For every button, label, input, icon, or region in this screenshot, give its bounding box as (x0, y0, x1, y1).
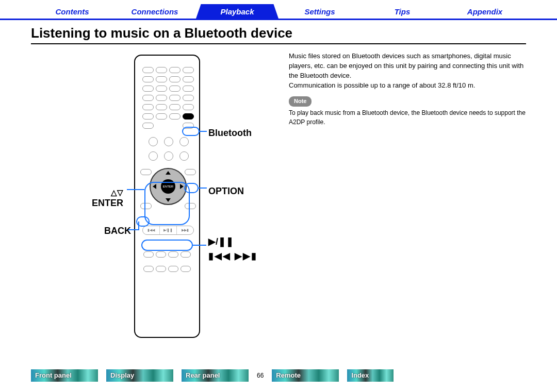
remote-button (181, 266, 191, 272)
remote-sound-mode (143, 266, 191, 272)
note-text: To play back music from a Bluetooth devi… (289, 109, 526, 127)
remote-button (156, 251, 166, 258)
remote-button (142, 86, 154, 92)
callout-enter: △▽ ENTER (92, 187, 123, 209)
remote-button (168, 266, 178, 272)
tab-tips[interactable]: Tips (361, 4, 444, 19)
tab-settings[interactable]: Settings (278, 4, 361, 19)
prev-track-icon: ▮◀◀ (143, 226, 160, 234)
remote-button (164, 137, 173, 146)
up-arrow-icon (166, 171, 171, 175)
remote-button (169, 113, 181, 120)
highlight-playback (141, 240, 193, 251)
callout-skip: ▮◀◀ ▶▶▮ (208, 250, 257, 262)
intro-paragraph-2: Communication is possible up to a range … (289, 81, 526, 91)
footer-front-panel[interactable]: Front panel (31, 369, 98, 382)
remote-button (164, 151, 173, 161)
remote-button (168, 251, 178, 258)
highlight-nav (144, 182, 190, 225)
remote-button (169, 67, 181, 73)
footer-nav: Front panel Display Rear panel 66 Remote… (31, 369, 526, 382)
highlight-option (184, 183, 199, 193)
callout-option: OPTION (208, 186, 244, 197)
remote-playback-row: ▮◀◀ ▶/❚❚ ▶▶▮ (142, 226, 194, 235)
leader-line (127, 189, 144, 190)
remote-button (142, 113, 154, 120)
tab-connections[interactable]: Connections (113, 4, 196, 19)
remote-button (169, 104, 181, 110)
remote-button (169, 86, 181, 92)
footer-rear-panel[interactable]: Rear panel (182, 369, 249, 382)
remote-button (156, 95, 167, 101)
remote-smart-select (143, 251, 191, 258)
remote-button (156, 113, 167, 120)
remote-button (181, 251, 191, 258)
remote-button (183, 76, 194, 82)
leader-line (200, 131, 207, 132)
leader-line (138, 221, 139, 230)
intro-paragraph-1: Music files stored on Bluetooth devices … (289, 52, 526, 81)
remote-button (156, 266, 166, 272)
leader-line (199, 188, 207, 189)
remote-button (169, 76, 181, 82)
footer-display[interactable]: Display (106, 369, 173, 382)
remote-bluetooth-button (183, 113, 194, 120)
note-badge: Note (289, 96, 312, 107)
remote-button (142, 76, 154, 82)
page-title: Listening to music on a Bluetooth device (31, 25, 526, 41)
remote-button (142, 95, 154, 101)
remote-button (179, 137, 189, 146)
callout-bluetooth: Bluetooth (208, 128, 252, 139)
remote-button (179, 151, 189, 161)
remote-diagram: ENTER ▮◀◀ ▶/❚❚ ▶▶▮ (31, 52, 278, 340)
top-nav: Contents Connections Playback Settings T… (0, 0, 557, 20)
remote-button (156, 76, 167, 82)
callout-back: BACK (104, 226, 131, 236)
remote-button (142, 123, 154, 129)
tab-contents[interactable]: Contents (31, 4, 113, 19)
remote-button (142, 104, 154, 110)
text-column: Music files stored on Bluetooth devices … (289, 52, 526, 340)
footer-remote[interactable]: Remote (272, 369, 339, 382)
leader-line (193, 245, 206, 246)
remote-button (149, 151, 158, 161)
tab-playback[interactable]: Playback (196, 4, 278, 19)
remote-button (183, 67, 194, 73)
tab-appendix[interactable]: Appendix (444, 4, 526, 19)
highlight-bluetooth (182, 127, 200, 136)
remote-option-button (185, 169, 196, 175)
remote-button (143, 251, 154, 258)
remote-button (169, 95, 181, 101)
content: ENTER ▮◀◀ ▶/❚❚ ▶▶▮ (0, 49, 557, 340)
page-number: 66 (257, 372, 264, 379)
title-bar: Listening to music on a Bluetooth device (31, 25, 526, 44)
remote-button (142, 67, 154, 73)
callout-play-pause: ▶/❚❚ (208, 236, 234, 247)
remote-button (143, 266, 154, 272)
footer-index[interactable]: Index (347, 369, 394, 382)
remote-button (156, 104, 167, 110)
remote-button (183, 95, 194, 101)
remote-button (156, 67, 167, 73)
up-down-arrows-icon: △▽ (111, 188, 123, 197)
callout-enter-text: ENTER (92, 198, 123, 208)
next-track-icon: ▶▶▮ (177, 226, 193, 234)
remote-button (183, 86, 194, 92)
remote-button (183, 104, 194, 110)
play-pause-icon: ▶/❚❚ (160, 226, 177, 234)
remote-button (149, 137, 158, 146)
remote-info-button (140, 169, 152, 175)
remote-button (156, 86, 167, 92)
